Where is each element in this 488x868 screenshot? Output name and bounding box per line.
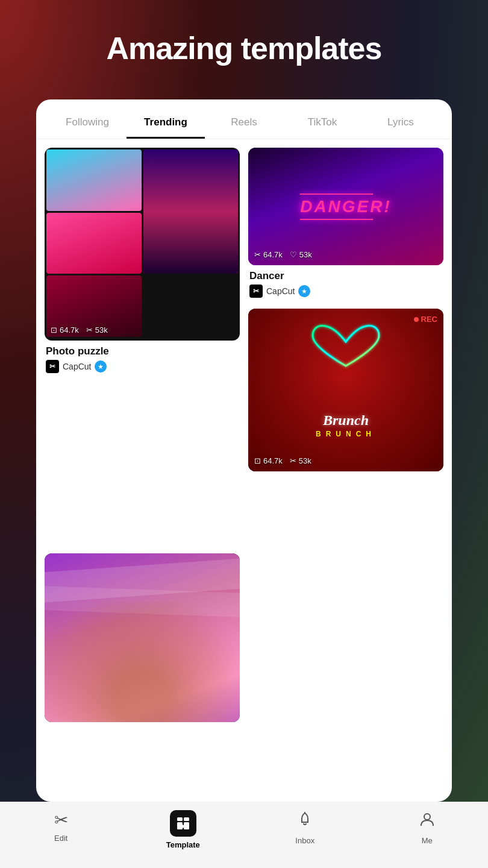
scissors-icon: ✂ [86,326,93,335]
neon-heart-icon [307,321,385,375]
bookmark-icon: ⊡ [254,456,261,465]
templates-grid: ⊡ 64.7k ✂ 53k Photo puzzle ✂ CapCut ★ [36,139,452,802]
brunch-stats: ⊡ 64.7k ✂ 53k [254,456,311,465]
svg-rect-2 [177,822,183,829]
person-icon [418,810,436,832]
portrait-thumb [45,553,240,722]
svg-rect-1 [184,817,189,821]
nav-inbox-label: Inbox [295,836,314,845]
stats-overlay: ⊡ 64.7k ✂ 53k [51,326,108,335]
scissors-icon: ✂ [54,810,68,830]
dancer-author: ✂ CapCut ★ [249,285,442,298]
scissors-stat: ✂ 53k [290,456,311,465]
svg-rect-3 [184,822,189,829]
scissors-icon: ✂ [254,250,261,259]
nav-me[interactable]: Me [366,810,489,845]
dancer-meta: Dancer ✂ CapCut ★ [248,265,443,300]
list-item[interactable]: Brunch BRUNCH REC ⊡ 64.7k [248,309,443,471]
photo-puzzle-author: ✂ CapCut ★ [46,360,239,373]
tab-following[interactable]: Following [48,110,127,139]
capcut-logo: ✂ [249,285,263,298]
scissors-stat: ✂ 64.7k [254,250,283,259]
tab-trending[interactable]: Trending [127,110,205,139]
heart-stat: ♡ 53k [290,250,312,259]
nav-edit[interactable]: ✂ Edit [0,810,122,843]
scissors-stat: ✂ 53k [86,326,108,335]
likes-count: 53k [95,326,108,335]
dancer-thumb: DANGER! ✂ 64.7k ♡ 53k [248,148,443,265]
nav-template[interactable]: Template [122,810,245,849]
list-item[interactable]: DANGER! ✂ 64.7k ♡ 53k [248,148,443,300]
capcut-logo: ✂ [46,360,59,373]
dancer-title: Dancer [249,270,442,282]
uses-count: 64.7k [60,326,79,335]
list-item[interactable]: ⊡ 64.7k ✂ 53k Photo puzzle ✂ CapCut ★ [45,148,240,545]
bookmark-stat: ⊡ 64.7k [254,456,283,465]
rec-text: REC [421,315,437,324]
nav-me-label: Me [422,836,433,845]
svg-point-7 [424,814,430,820]
rec-dot [414,317,419,322]
photo-puzzle-meta: Photo puzzle ✂ CapCut ★ [45,341,240,376]
bookmark-stat: ⊡ 64.7k [51,326,79,335]
scissors-icon: ✂ [290,456,296,465]
photo-puzzle-thumb: ⊡ 64.7k ✂ 53k [45,148,240,341]
bottom-nav: ✂ Edit Template Inbox [0,802,488,868]
dancer-stats: ✂ 64.7k ♡ 53k [254,250,312,259]
author-name: CapCut [63,362,91,371]
bell-icon [296,810,314,832]
heart-icon: ♡ [290,250,297,259]
bookmark-icon: ⊡ [51,326,57,335]
nav-template-label: Template [166,840,200,849]
tab-bar: Following Trending Reels TikTok Lyrics [36,99,452,139]
danger-text: DANGER! [300,197,392,216]
list-item[interactable] [45,553,240,796]
right-column: DANGER! ✂ 64.7k ♡ 53k [248,148,443,545]
main-card: Following Trending Reels TikTok Lyrics [36,99,452,802]
tab-tiktok[interactable]: TikTok [283,110,361,139]
tab-reels[interactable]: Reels [205,110,283,139]
tab-lyrics[interactable]: Lyrics [361,110,440,139]
page-title: Amazing templates [0,0,488,84]
photo-puzzle-title: Photo puzzle [46,345,239,357]
author-name: CapCut [266,286,295,296]
svg-rect-0 [177,817,183,821]
template-icon [170,810,196,837]
nav-inbox[interactable]: Inbox [244,810,366,845]
verified-badge: ★ [298,285,310,297]
rec-badge: REC [414,315,437,324]
brunch-thumb: Brunch BRUNCH REC ⊡ 64.7k [248,309,443,471]
nav-edit-label: Edit [54,834,67,843]
verified-badge: ★ [95,360,107,373]
